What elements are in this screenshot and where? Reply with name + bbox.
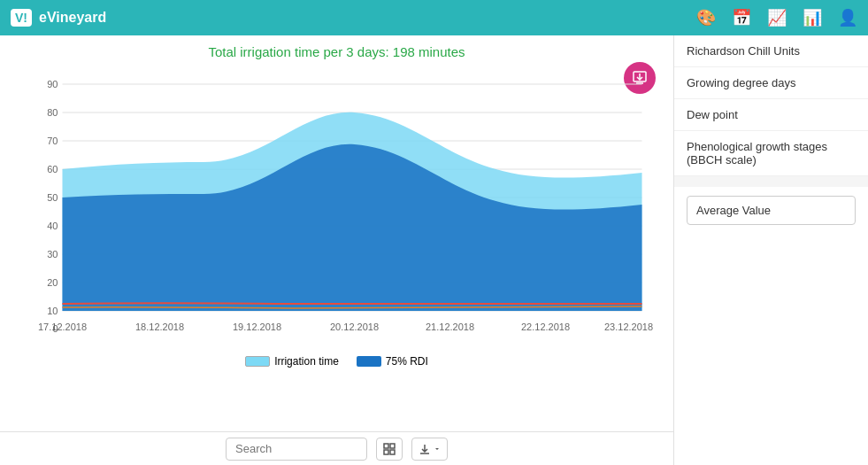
sidebar: Richardson Chill Units Growing degree da… [673, 35, 868, 465]
svg-text:50: 50 [47, 192, 58, 203]
chart-legend: Irrigation time 75% RDI [9, 355, 664, 368]
svg-text:20.12.2018: 20.12.2018 [330, 322, 379, 332]
palette-icon[interactable]: 🎨 [696, 8, 716, 27]
svg-rect-32 [390, 450, 395, 454]
legend-label-irrigation: Irrigation time [274, 355, 339, 368]
legend-item-irrigation: Irrigation time [245, 355, 339, 368]
svg-text:21.12.2018: 21.12.2018 [426, 322, 474, 332]
sidebar-item-richardson[interactable]: Richardson Chill Units [674, 35, 868, 67]
svg-text:90: 90 [47, 79, 58, 89]
sidebar-average-value[interactable]: Average Value [687, 196, 856, 225]
app-title: eVineyard [39, 10, 106, 26]
legend-color-irrigation [245, 356, 270, 367]
sidebar-item-dew-point[interactable]: Dew point [674, 99, 868, 131]
svg-text:19.12.2018: 19.12.2018 [233, 322, 281, 332]
legend-label-rdi: 75% RDI [386, 355, 428, 368]
svg-text:22.12.2018: 22.12.2018 [521, 322, 570, 332]
search-input[interactable] [226, 438, 367, 461]
svg-text:18.12.2018: 18.12.2018 [135, 322, 184, 332]
svg-text:30: 30 [47, 249, 58, 260]
grid-view-button[interactable] [376, 438, 403, 461]
legend-item-rdi: 75% RDI [357, 355, 428, 368]
app-header: V! eVineyard 🎨 📅 📈 📊 👤 [0, 0, 868, 35]
svg-rect-31 [384, 450, 388, 454]
chart-svg: 90 80 70 60 50 40 30 20 10 0 17.12 [9, 66, 664, 350]
legend-color-rdi [357, 356, 381, 367]
svg-text:23.12.2018: 23.12.2018 [604, 322, 653, 332]
svg-text:10: 10 [47, 306, 58, 316]
bar-chart-icon[interactable]: 📊 [803, 8, 822, 27]
sidebar-divider [674, 176, 868, 187]
app-logo: V! [11, 9, 32, 27]
header-left: V! eVineyard [11, 9, 106, 27]
svg-text:20: 20 [47, 277, 58, 288]
main-layout: Total irrigation time per 3 days: 198 mi… [0, 35, 868, 465]
trend-icon[interactable]: 📈 [767, 8, 787, 27]
svg-rect-30 [390, 444, 395, 448]
user-icon[interactable]: 👤 [838, 8, 857, 27]
svg-text:80: 80 [47, 107, 58, 118]
chart-area: Total irrigation time per 3 days: 198 mi… [0, 35, 673, 465]
chart-title: Total irrigation time per 3 days: 198 mi… [9, 44, 664, 59]
calendar-icon[interactable]: 📅 [732, 8, 751, 27]
chart-container: 90 80 70 60 50 40 30 20 10 0 17.12 [9, 66, 664, 350]
svg-rect-29 [384, 444, 388, 448]
header-icons: 🎨 📅 📈 📊 👤 [696, 8, 857, 27]
sidebar-item-growing-degree[interactable]: Growing degree days [674, 67, 868, 99]
bottom-bar [0, 431, 673, 465]
svg-text:60: 60 [47, 164, 58, 174]
svg-text:70: 70 [47, 136, 58, 146]
export-button[interactable] [411, 438, 448, 461]
svg-text:17.12.2018: 17.12.2018 [38, 322, 87, 332]
sidebar-item-phenological[interactable]: Phenological growth stages (BBCH scale) [674, 131, 868, 176]
svg-text:40: 40 [47, 221, 58, 231]
